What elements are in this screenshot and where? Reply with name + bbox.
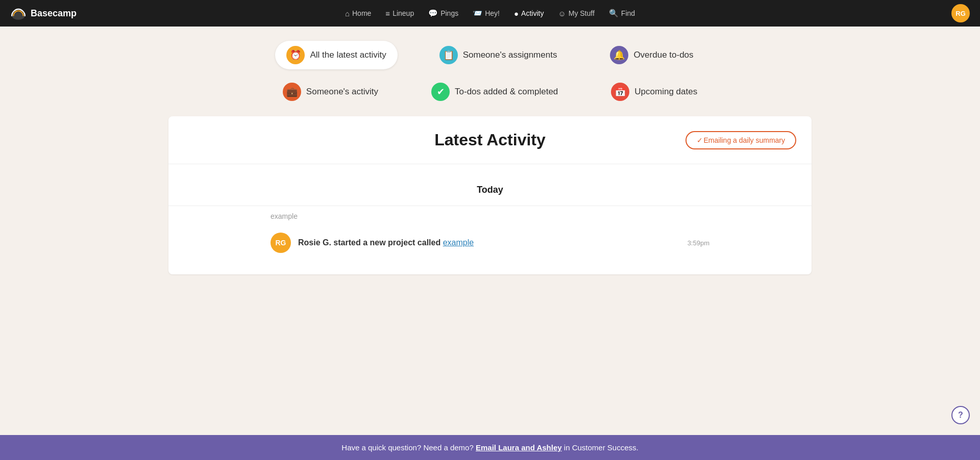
project-label: example xyxy=(168,206,812,226)
lineup-icon: ≡ xyxy=(385,9,390,18)
entry-project-link[interactable]: example xyxy=(443,238,474,247)
filter-upcoming-dates[interactable]: 📅 Upcoming dates xyxy=(600,78,708,106)
mystuff-icon: ☺ xyxy=(558,9,566,18)
entry-time: 3:59pm xyxy=(688,239,709,247)
nav-pings[interactable]: 💬 Pings xyxy=(422,6,464,21)
nav-links: ⌂ Home ≡ Lineup 💬 Pings 📨 Hey! ● Activit… xyxy=(339,6,641,21)
find-icon: 🔍 xyxy=(609,9,619,18)
overdue-icon: 🔔 xyxy=(610,46,628,64)
activity-entry: RG Rosie G. started a new project called… xyxy=(168,226,812,259)
project-section: example RG Rosie G. started a new projec… xyxy=(168,206,812,259)
user-avatar-nav[interactable]: RG xyxy=(951,4,970,22)
filter-bar: ⏰ All the latest activity 📋 Someone's as… xyxy=(0,27,980,116)
hey-icon: 📨 xyxy=(473,9,482,18)
nav-home[interactable]: ⌂ Home xyxy=(339,6,377,21)
footer-bar: Have a quick question? Need a demo? Emai… xyxy=(0,435,980,460)
nav-activity[interactable]: ● Activity xyxy=(508,6,550,21)
filter-row-1: ⏰ All the latest activity 📋 Someone's as… xyxy=(275,41,704,69)
nav-find[interactable]: 🔍 Find xyxy=(603,6,641,21)
main-content: Latest Activity ✓ Emailing a daily summa… xyxy=(158,116,822,274)
all-latest-icon: ⏰ xyxy=(286,46,305,64)
footer-email-link[interactable]: Email Laura and Ashley xyxy=(476,443,562,452)
filter-all-latest[interactable]: ⏰ All the latest activity xyxy=(275,41,397,69)
assignments-icon: 📋 xyxy=(439,46,458,64)
filter-overdue-todos[interactable]: 🔔 Overdue to-dos xyxy=(599,41,704,69)
activity-card: Latest Activity ✓ Emailing a daily summa… xyxy=(168,116,812,274)
nav-lineup[interactable]: ≡ Lineup xyxy=(379,6,420,21)
filter-someones-assignments[interactable]: 📋 Someone's assignments xyxy=(428,41,569,69)
filter-someones-activity[interactable]: 💼 Someone's activity xyxy=(272,78,389,106)
nav-mystuff[interactable]: ☺ My Stuff xyxy=(552,6,600,21)
brand-logo-link[interactable]: Basecamp xyxy=(10,5,77,21)
todos-completed-icon: ✔ xyxy=(431,83,450,101)
day-header: Today xyxy=(168,180,812,206)
home-icon: ⌂ xyxy=(345,9,350,18)
activity-card-header: Latest Activity ✓ Emailing a daily summa… xyxy=(168,116,812,164)
activity-body: Today example RG Rosie G. started a new … xyxy=(168,164,812,274)
avatar: RG xyxy=(271,233,291,253)
entry-user-action: Rosie G. started a new project called xyxy=(298,238,443,247)
navbar: Basecamp ⌂ Home ≡ Lineup 💬 Pings 📨 Hey! … xyxy=(0,0,980,27)
activity-title: Latest Activity xyxy=(434,131,546,149)
email-summary-button[interactable]: ✓ Emailing a daily summary xyxy=(685,131,797,149)
brand-name: Basecamp xyxy=(31,8,77,19)
someones-activity-icon: 💼 xyxy=(283,83,301,101)
entry-text: Rosie G. started a new project called ex… xyxy=(298,238,680,247)
upcoming-dates-icon: 📅 xyxy=(611,83,629,101)
filter-row-2: 💼 Someone's activity ✔ To-dos added & co… xyxy=(272,78,708,106)
pings-icon: 💬 xyxy=(428,9,438,18)
help-button[interactable]: ? xyxy=(951,406,970,424)
checkmark-icon: ✓ xyxy=(697,136,703,144)
nav-hey[interactable]: 📨 Hey! xyxy=(467,6,506,21)
basecamp-logo-icon xyxy=(10,5,27,21)
activity-icon: ● xyxy=(514,9,519,18)
filter-todos-completed[interactable]: ✔ To-dos added & completed xyxy=(420,78,569,106)
